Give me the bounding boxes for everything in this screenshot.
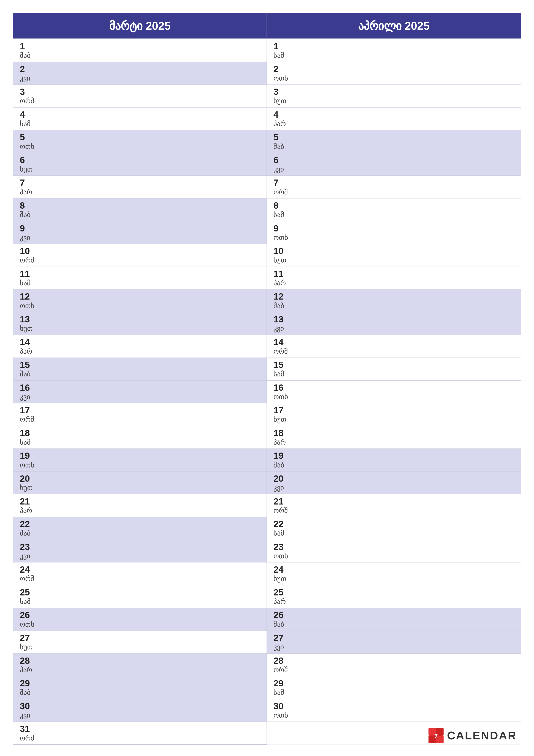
march-day-number-3: 3 [20, 87, 260, 97]
march-day-number-18: 18 [20, 428, 260, 438]
march-day-name-9: კვი [20, 233, 260, 242]
march-column: 1შაბ2კვი3ორშ4სამ5ოთხ6ხუთ7პარ8შაბ9კვი10ორ… [13, 39, 267, 744]
march-day-name-22: შაბ [20, 529, 260, 537]
april-day-number-13: 13 [273, 314, 514, 324]
april-day-number-27: 27 [273, 633, 514, 643]
march-day-12: 12ოთხ [13, 289, 267, 312]
march-header: მარტი 2025 [13, 14, 267, 39]
april-day-name-23: ოთხ [273, 552, 514, 560]
march-day-number-23: 23 [20, 542, 260, 552]
march-day-11: 11სამ [13, 267, 267, 290]
april-day-number-15: 15 [273, 360, 514, 370]
april-day-number-30: 30 [273, 701, 514, 711]
april-day-17: 17ხუთ [267, 403, 521, 426]
april-day-number-9: 9 [273, 224, 514, 233]
april-day-name-12: შაბ [273, 302, 514, 310]
march-day-20: 20ხუთ [13, 472, 267, 494]
april-day-name-24: ხუთ [273, 575, 514, 583]
april-day-number-28: 28 [273, 656, 514, 666]
march-day-number-21: 21 [20, 497, 260, 506]
march-day-15: 15შაბ [13, 358, 267, 381]
march-day-3: 3ორშ [13, 85, 267, 108]
march-day-name-28: პარ [20, 666, 260, 674]
logo-text: CALENDAR [447, 729, 517, 742]
march-day-19: 19ოთხ [13, 449, 267, 472]
april-day-25: 25პარ [267, 585, 521, 608]
march-day-6: 6ხუთ [13, 153, 267, 176]
march-day-name-12: ოთხ [20, 302, 260, 310]
april-day-18: 18პარ [267, 426, 521, 449]
april-day-name-20: კვი [273, 484, 514, 492]
march-day-number-11: 11 [20, 269, 260, 279]
march-day-17: 17ორშ [13, 403, 267, 426]
april-day-number-17: 17 [273, 405, 514, 415]
march-day-number-2: 2 [20, 64, 260, 74]
april-day-name-25: პარ [273, 597, 514, 606]
march-day-number-16: 16 [20, 383, 260, 393]
april-day-number-14: 14 [273, 337, 514, 347]
march-day-name-6: ხუთ [20, 165, 260, 173]
march-day-30: 30კვი [13, 699, 267, 722]
april-day-4: 4პარ [267, 108, 521, 130]
march-day-29: 29შაბ [13, 676, 267, 699]
april-day-1: 1სამ [267, 39, 521, 62]
march-day-name-24: ორშ [20, 575, 260, 583]
march-day-8: 8შაბ [13, 199, 267, 221]
march-day-10: 10ორშ [13, 244, 267, 267]
march-day-28: 28პარ [13, 654, 267, 676]
april-day-3: 3ხუთ [267, 85, 521, 108]
april-day-name-8: სამ [273, 210, 514, 219]
march-day-name-1: შაბ [20, 51, 260, 60]
march-day-number-15: 15 [20, 360, 260, 370]
march-day-5: 5ოთხ [13, 130, 267, 153]
april-day-number-25: 25 [273, 587, 514, 597]
april-day-number-10: 10 [273, 246, 514, 256]
april-day-number-7: 7 [273, 178, 514, 188]
march-day-name-20: ხუთ [20, 484, 260, 492]
march-day-18: 18სამ [13, 426, 267, 449]
march-day-22: 22შაბ [13, 517, 267, 540]
april-day-number-26: 26 [273, 610, 514, 620]
march-day-name-4: სამ [20, 120, 260, 128]
april-day-number-29: 29 [273, 678, 514, 688]
april-day-23: 23ოთხ [267, 540, 521, 563]
april-day-name-19: შაბ [273, 461, 514, 469]
march-day-26: 26ოთხ [13, 608, 267, 631]
april-day-11: 11პარ [267, 267, 521, 290]
march-day-number-26: 26 [20, 610, 260, 620]
march-day-name-29: შაბ [20, 688, 260, 696]
april-day-8: 8სამ [267, 199, 521, 221]
march-day-number-6: 6 [20, 155, 260, 165]
april-day-name-9: ოთხ [273, 233, 514, 242]
march-day-number-7: 7 [20, 178, 260, 188]
april-day-10: 10ხუთ [267, 244, 521, 267]
march-day-number-29: 29 [20, 678, 260, 688]
april-day-name-4: პარ [273, 120, 514, 128]
march-day-name-19: ოთხ [20, 461, 260, 469]
april-day-number-22: 22 [273, 519, 514, 529]
march-day-number-5: 5 [20, 132, 260, 142]
march-day-name-11: სამ [20, 279, 260, 287]
march-day-name-8: შაბ [20, 210, 260, 219]
march-day-name-5: ოთხ [20, 143, 260, 150]
march-day-27: 27ხუთ [13, 631, 267, 654]
march-day-1: 1შაბ [13, 39, 267, 62]
march-day-21: 21პარ [13, 494, 267, 517]
april-day-19: 19შაბ [267, 449, 521, 472]
april-day-name-13: კვი [273, 324, 514, 333]
march-day-number-17: 17 [20, 405, 260, 415]
march-day-number-20: 20 [20, 474, 260, 484]
april-day-name-30: ოთხ [273, 711, 514, 719]
march-day-7: 7პარ [13, 176, 267, 199]
march-day-name-13: ხუთ [20, 324, 260, 333]
april-column: 1სამ2ოთხ3ხუთ4პარ5შაბ6კვი7ორშ8სამ9ოთხ10ხუ… [267, 39, 521, 744]
logo-area: 7 CALENDAR [428, 728, 517, 743]
april-day-number-2: 2 [273, 64, 514, 74]
march-day-number-31: 31 [20, 724, 260, 734]
march-day-23: 23კვი [13, 540, 267, 563]
march-day-number-27: 27 [20, 633, 260, 643]
calendar-wrapper: მარტი 2025 აპრილი 2025 1შაბ2კვი3ორშ4სამ5… [13, 13, 521, 745]
march-day-31: 31ორშ [13, 722, 267, 744]
april-day-number-8: 8 [273, 201, 514, 210]
march-day-number-9: 9 [20, 224, 260, 233]
